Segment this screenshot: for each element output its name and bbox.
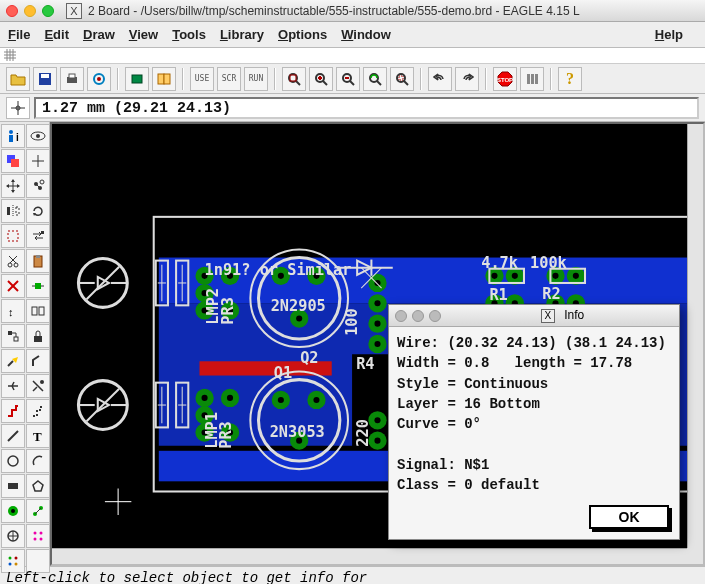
svg-line-23 [350, 81, 354, 85]
svg-point-169 [374, 280, 380, 286]
replace-tool[interactable] [1, 324, 25, 348]
svg-point-165 [313, 397, 319, 403]
move-tool[interactable] [1, 174, 25, 198]
svg-point-151 [296, 316, 302, 322]
ripup-tool[interactable] [26, 399, 50, 423]
miter-tool[interactable] [26, 349, 50, 373]
svg-rect-60 [8, 231, 18, 241]
info-dialog-titlebar[interactable]: X Info [389, 305, 679, 327]
menu-options[interactable]: Options [278, 27, 327, 42]
redraw-button[interactable] [363, 67, 387, 91]
svg-point-55 [40, 180, 44, 184]
dialog-close-icon[interactable] [395, 310, 407, 322]
board-button[interactable] [125, 67, 149, 91]
group-tool[interactable] [1, 224, 25, 248]
redo-button[interactable] [455, 67, 479, 91]
close-window-icon[interactable] [6, 5, 18, 17]
attribute-tool[interactable] [26, 524, 50, 548]
menu-draw[interactable]: Draw [83, 27, 115, 42]
signal-tool[interactable] [26, 499, 50, 523]
svg-text:2N2905: 2N2905 [271, 297, 326, 315]
rect-tool[interactable] [1, 474, 25, 498]
svg-rect-9 [69, 74, 75, 78]
hole-tool[interactable] [1, 524, 25, 548]
svg-point-98 [40, 538, 43, 541]
help-button[interactable]: ? [558, 67, 582, 91]
save-button[interactable] [33, 67, 57, 91]
arc-tool[interactable] [26, 449, 50, 473]
info-tool[interactable]: i [1, 124, 25, 148]
menu-library[interactable]: Library [220, 27, 264, 42]
layers-tool[interactable] [1, 149, 25, 173]
svg-point-181 [491, 273, 497, 279]
rotate-tool[interactable] [26, 199, 50, 223]
menu-window[interactable]: Window [341, 27, 391, 42]
zoom-in-button[interactable] [309, 67, 333, 91]
cut-tool[interactable] [1, 249, 25, 273]
text-tool[interactable]: T [26, 424, 50, 448]
copy-tool[interactable] [26, 174, 50, 198]
change-tool[interactable] [26, 224, 50, 248]
menu-help[interactable]: Help [655, 27, 683, 42]
svg-text:↕: ↕ [8, 306, 14, 318]
go-button[interactable] [520, 67, 544, 91]
svg-text:PR3: PR3 [219, 297, 237, 325]
svg-text:100: 100 [343, 308, 361, 336]
dialog-zoom-icon[interactable] [429, 310, 441, 322]
zoom-window-icon[interactable] [42, 5, 54, 17]
route-tool[interactable] [1, 399, 25, 423]
delete-tool[interactable] [1, 274, 25, 298]
svg-rect-57 [16, 207, 19, 215]
svg-line-65 [9, 256, 16, 263]
status-bar: Left-click to select object to get info … [0, 566, 705, 584]
mirror-tool[interactable] [1, 199, 25, 223]
polygon-tool[interactable] [26, 474, 50, 498]
svg-text:PR3: PR3 [217, 421, 235, 449]
svg-rect-14 [164, 74, 170, 84]
smash-tool[interactable] [1, 349, 25, 373]
gateswap-tool[interactable] [26, 299, 50, 323]
origin-icon[interactable] [6, 97, 30, 119]
minimize-window-icon[interactable] [24, 5, 36, 17]
eye-tool[interactable] [26, 124, 50, 148]
wire-tool[interactable] [1, 424, 25, 448]
menu-file[interactable]: File [8, 27, 30, 42]
paste-tool[interactable] [26, 249, 50, 273]
menu-tools[interactable]: Tools [172, 27, 206, 42]
tool-palette: i↕T [0, 122, 50, 566]
split-tool[interactable] [1, 374, 25, 398]
run-button[interactable]: RUN [244, 67, 268, 91]
mark-tool[interactable] [26, 149, 50, 173]
add-tool[interactable] [26, 274, 50, 298]
pinswap-tool[interactable]: ↕ [1, 299, 25, 323]
svg-text:1n91? or Similar: 1n91? or Similar [205, 261, 352, 279]
script-button[interactable]: SCR [217, 67, 241, 91]
menu-view[interactable]: View [129, 27, 158, 42]
coordinate-display[interactable]: 1.27 mm (29.21 24.13) [34, 97, 699, 119]
lock-tool[interactable] [26, 324, 50, 348]
ok-button[interactable]: OK [589, 505, 669, 529]
via-tool[interactable] [1, 499, 25, 523]
dialog-minimize-icon[interactable] [412, 310, 424, 322]
coordinate-bar: 1.27 mm (29.21 24.13) [0, 94, 705, 122]
zoom-fit-button[interactable] [282, 67, 306, 91]
print-button[interactable] [60, 67, 84, 91]
optimize-tool[interactable] [26, 374, 50, 398]
cam-button[interactable] [87, 67, 111, 91]
svg-line-19 [323, 81, 327, 85]
svg-point-95 [34, 532, 37, 535]
stop-button[interactable]: STOP [493, 67, 517, 91]
zoom-select-button[interactable] [390, 67, 414, 91]
use-button[interactable]: USE [190, 67, 214, 91]
undo-button[interactable] [428, 67, 452, 91]
grid-indicator [0, 48, 705, 64]
window-titlebar: X 2 Board - /Users/billw/tmp/scheminstru… [0, 0, 705, 22]
svg-line-64 [10, 256, 17, 263]
menu-edit[interactable]: Edit [44, 27, 69, 42]
vertical-scrollbar[interactable] [687, 124, 703, 548]
circle-tool[interactable] [1, 449, 25, 473]
zoom-out-button[interactable] [336, 67, 360, 91]
schematic-button[interactable] [152, 67, 176, 91]
horizontal-scrollbar[interactable] [52, 548, 687, 564]
open-button[interactable] [6, 67, 30, 91]
